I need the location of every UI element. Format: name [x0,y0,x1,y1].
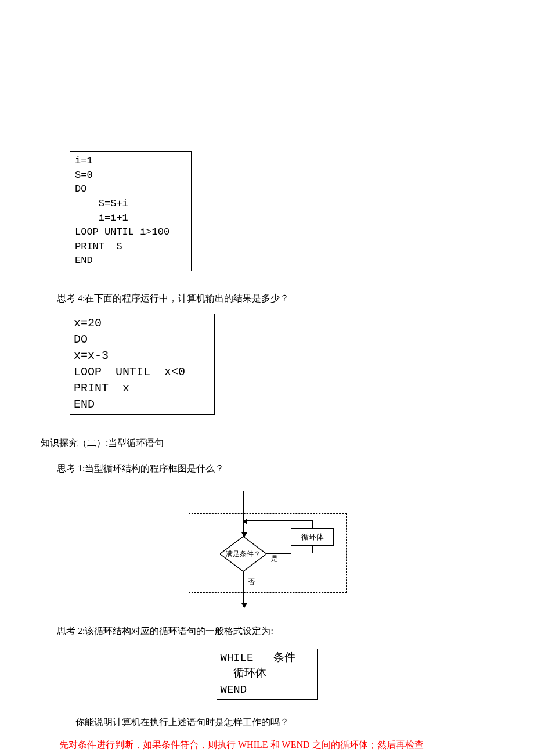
flow-body-up-line [312,520,313,528]
think2-heading: 思考 2:该循环结构对应的循环语句的一般格式设定为: [57,620,493,642]
flow-exit-line [243,571,244,607]
while-flowchart: 满足条件？ 是 循环体 否 [183,491,351,613]
condition-diamond: 满足条件？ [220,537,266,571]
code-box-while-wend: WHILE 条件 循环体 WEND [217,649,318,700]
flow-body-down-line [312,545,313,553]
think1-heading: 思考 1:当型循环结构的程序框图是什么？ [57,458,493,480]
code-box-do-loop-sum: i=1 S=0 DO S=S+i i=i+1 LOOP UNTIL i>100 … [70,151,192,271]
code-box-do-loop-x: x=20 DO x=x-3 LOOP UNTIL x<0 PRINT x END [70,314,215,415]
page-content: i=1 S=0 DO S=S+i i=i+1 LOOP UNTIL i>100 … [0,0,534,756]
flow-entry-line [243,491,244,537]
loop-body-box: 循环体 [291,528,334,546]
think-exec-question: 你能说明计算机在执行上述语句时是怎样工作的吗？ [57,711,493,733]
condition-label: 满足条件？ [220,537,266,571]
flow-yes-line [266,553,291,554]
yes-label: 是 [271,554,278,564]
think4-heading: 思考 4:在下面的程序运行中，计算机输出的结果是多少？ [57,287,493,309]
flow-back-line [243,520,313,521]
no-label: 否 [248,577,255,587]
section-heading: 知识探究（二）:当型循环语句 [41,432,493,454]
answer-line-1: 先对条件进行判断，如果条件符合，则执行 WHILE 和 WEND 之间的循环体；… [41,734,493,756]
